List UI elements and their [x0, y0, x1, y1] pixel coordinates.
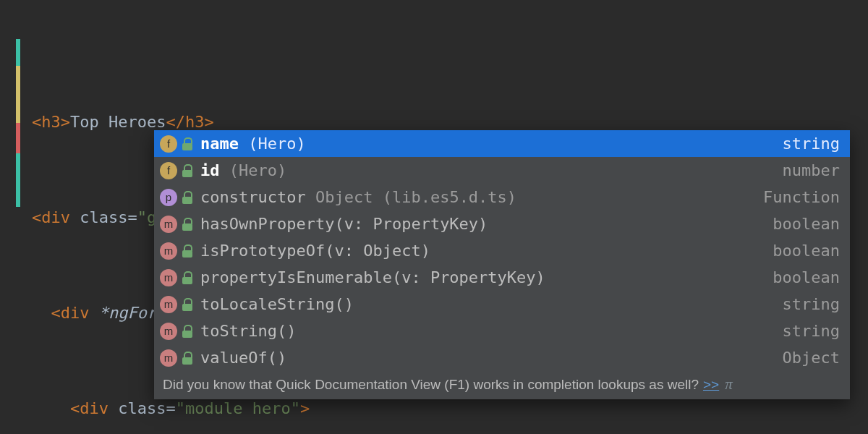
completion-label: toLocaleString()	[200, 295, 783, 313]
completion-return-type: string	[783, 322, 840, 340]
hint-link[interactable]: >>	[703, 377, 719, 393]
completion-return-type: string	[783, 295, 840, 313]
kind-badge-icon: f	[160, 162, 177, 179]
hint-text: Did you know that Quick Documentation Vi…	[163, 377, 699, 393]
code-line: <div class="module hero">	[16, 396, 868, 420]
kind-badge-icon: f	[160, 135, 177, 153]
completion-item[interactable]: misPrototypeOf(v: Object)boolean	[154, 237, 850, 264]
completion-return-type: Function	[763, 188, 840, 206]
completion-label: propertyIsEnumerable(v: PropertyKey)	[200, 268, 773, 286]
kind-badge-icon: m	[160, 349, 177, 367]
lock-icon	[182, 298, 193, 311]
completion-return-type: string	[783, 135, 840, 153]
kind-badge-icon: m	[160, 216, 177, 233]
completion-item[interactable]: mvalueOf()Object	[154, 344, 850, 371]
completion-return-type: boolean	[773, 242, 840, 260]
lock-icon	[182, 218, 193, 231]
lock-icon	[182, 325, 193, 338]
change-gutter	[16, 39, 20, 207]
completion-return-type: boolean	[773, 268, 840, 286]
lock-icon	[182, 244, 193, 258]
completion-popup: fname (Hero)stringfid (Hero)numberpconst…	[154, 130, 850, 399]
completion-item[interactable]: fname (Hero)string	[154, 130, 850, 157]
kind-badge-icon: m	[160, 269, 177, 286]
completion-return-type: boolean	[773, 215, 840, 233]
completion-label: id (Hero)	[200, 161, 783, 179]
completion-label: constructor Object (lib.es5.d.ts)	[200, 188, 763, 206]
kind-badge-icon: m	[160, 323, 177, 340]
completion-hint: Did you know that Quick Documentation Vi…	[154, 371, 850, 399]
lock-icon	[182, 164, 193, 177]
kind-badge-icon: m	[160, 242, 177, 260]
completion-label: toString()	[200, 322, 783, 340]
completion-item[interactable]: mtoLocaleString()string	[154, 291, 850, 318]
kind-badge-icon: m	[160, 296, 177, 313]
pi-icon[interactable]: π	[725, 375, 733, 393]
completion-item[interactable]: mhasOwnProperty(v: PropertyKey)boolean	[154, 210, 850, 237]
completion-item[interactable]: fid (Hero)number	[154, 157, 850, 184]
completion-label: valueOf()	[200, 349, 783, 367]
lock-icon	[182, 137, 193, 150]
lock-icon	[182, 352, 193, 365]
completion-label: name (Hero)	[200, 135, 783, 153]
completion-label: hasOwnProperty(v: PropertyKey)	[200, 215, 773, 233]
completion-label: isPrototypeOf(v: Object)	[200, 242, 773, 260]
completion-item[interactable]: mtoString()string	[154, 318, 850, 344]
lock-icon	[182, 271, 193, 284]
completion-return-type: number	[783, 161, 840, 179]
lock-icon	[182, 191, 193, 204]
completion-return-type: Object	[783, 349, 840, 367]
completion-item[interactable]: pconstructor Object (lib.es5.d.ts)Functi…	[154, 184, 850, 210]
completion-item[interactable]: mpropertyIsEnumerable(v: PropertyKey)boo…	[154, 264, 850, 291]
kind-badge-icon: p	[160, 189, 177, 206]
